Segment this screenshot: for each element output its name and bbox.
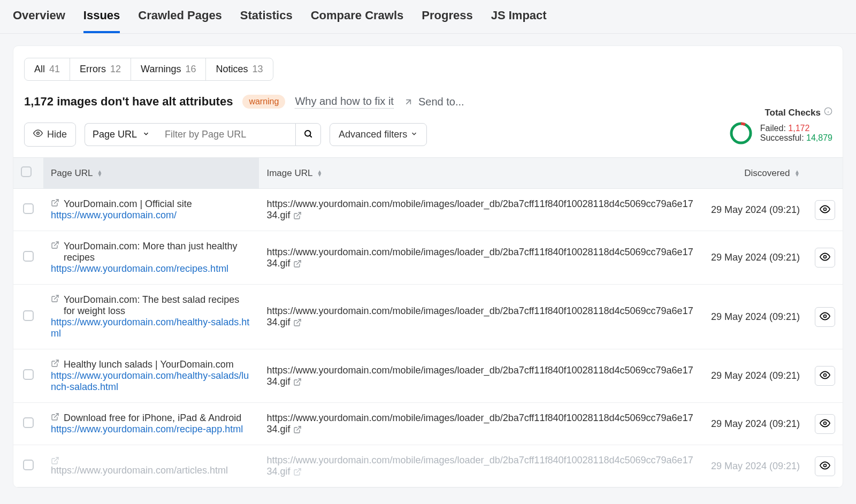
- page-url-link[interactable]: https://www.yourdomain.com/healthy-salad…: [51, 317, 249, 339]
- select-all-checkbox[interactable]: [21, 166, 32, 177]
- svg-line-4: [296, 212, 300, 216]
- advanced-filters-label: Advanced filters: [339, 129, 407, 140]
- hide-button[interactable]: Hide: [24, 123, 76, 147]
- column-actions: [807, 158, 843, 189]
- discovered-date: 29 May 2024 (09:21): [711, 461, 800, 471]
- external-link-icon[interactable]: [293, 318, 302, 327]
- external-link-icon[interactable]: [51, 413, 59, 421]
- results-table: Page URL ▲▼ Image URL ▲▼ Discovered ▲▼ Y…: [13, 157, 843, 487]
- nav-tab-statistics[interactable]: Statistics: [240, 9, 293, 33]
- column-image-url[interactable]: Image URL ▲▼: [259, 158, 703, 189]
- image-url: https://www.yourdomain.com/mobile/images…: [266, 413, 693, 434]
- column-discovered[interactable]: Discovered ▲▼: [704, 158, 807, 189]
- send-to-button[interactable]: Send to...: [403, 96, 464, 108]
- chevron-down-icon: [410, 129, 418, 140]
- view-button[interactable]: [815, 366, 835, 386]
- nav-tab-issues[interactable]: Issues: [83, 9, 120, 33]
- svg-line-18: [55, 457, 58, 461]
- table-row: YourDomain.com | Official sitehttps://ww…: [13, 189, 843, 231]
- nav-tab-overview[interactable]: Overview: [13, 9, 65, 33]
- page-url-link[interactable]: https://www.yourdomain.com/healthy-salad…: [51, 370, 249, 392]
- page-url-link[interactable]: https://www.yourdomain.com/: [51, 210, 177, 220]
- image-url: https://www.yourdomain.com/mobile/images…: [266, 198, 693, 220]
- view-button[interactable]: [815, 414, 835, 434]
- external-link-icon[interactable]: [293, 378, 302, 386]
- page-title: YourDomain.com: More than just healthy r…: [64, 241, 251, 263]
- svg-point-5: [824, 208, 827, 210]
- nav-tab-crawled-pages[interactable]: Crawled Pages: [138, 9, 222, 33]
- successful-value: 14,879: [806, 133, 832, 142]
- filter-tab-notices[interactable]: Notices 13: [206, 58, 272, 80]
- eye-icon: [33, 128, 43, 141]
- svg-point-20: [824, 464, 827, 467]
- discovered-date: 29 May 2024 (09:21): [711, 311, 800, 322]
- row-checkbox[interactable]: [23, 203, 34, 214]
- view-button[interactable]: [815, 248, 835, 268]
- table-row: YourDomain.com: The best salad recipes f…: [13, 285, 843, 349]
- page-title: Download free for iPhone, iPad & Android: [64, 413, 241, 424]
- hide-label: Hide: [47, 129, 67, 140]
- svg-line-19: [296, 469, 300, 472]
- external-link-icon[interactable]: [293, 259, 302, 268]
- eye-icon: [820, 460, 830, 472]
- svg-point-17: [824, 422, 827, 424]
- external-link-icon[interactable]: [51, 294, 59, 303]
- svg-line-3: [55, 200, 58, 203]
- row-checkbox[interactable]: [23, 460, 34, 470]
- issue-title: 1,172 images don't have alt attributes: [24, 95, 233, 109]
- filter-field-select[interactable]: Page URL: [85, 123, 157, 146]
- svg-line-13: [296, 379, 300, 383]
- share-arrow-icon: [403, 96, 414, 107]
- row-checkbox[interactable]: [23, 369, 34, 380]
- search-button[interactable]: [295, 123, 321, 146]
- svg-line-10: [296, 319, 300, 323]
- advanced-filters-button[interactable]: Advanced filters: [330, 123, 427, 146]
- external-link-icon[interactable]: [51, 241, 59, 249]
- filter-field-label: Page URL: [93, 129, 137, 140]
- filter-tab-warnings[interactable]: Warnings 16: [131, 58, 206, 80]
- row-checkbox[interactable]: [23, 417, 34, 428]
- table-row: YourDomain.com: More than just healthy r…: [13, 231, 843, 285]
- nav-tab-compare-crawls[interactable]: Compare Crawls: [311, 9, 404, 33]
- failed-value: 1,172: [788, 124, 809, 133]
- eye-icon: [820, 311, 830, 323]
- filter-tab-all[interactable]: All 41: [25, 58, 70, 80]
- filter-tab-errors[interactable]: Errors 12: [70, 58, 131, 80]
- nav-tab-js-impact[interactable]: JS Impact: [491, 9, 547, 33]
- info-icon[interactable]: [824, 107, 832, 118]
- external-link-icon[interactable]: [51, 198, 59, 207]
- view-button[interactable]: [815, 456, 835, 476]
- page-url-link[interactable]: https://www.yourdomain.com/recipes.html: [51, 263, 228, 274]
- svg-line-15: [55, 414, 58, 417]
- failed-label: Failed:: [760, 124, 786, 133]
- view-button[interactable]: [815, 200, 835, 220]
- sort-icon: ▲▼: [97, 170, 103, 177]
- how-to-fix-link[interactable]: Why and how to fix it: [295, 95, 394, 109]
- svg-point-24: [731, 124, 751, 143]
- external-link-icon[interactable]: [293, 425, 302, 434]
- page-url-link[interactable]: https://www.yourdomain.com/articles.html: [51, 465, 228, 476]
- external-link-icon[interactable]: [293, 211, 302, 220]
- table-row: https://www.yourdomain.com/articles.html…: [13, 445, 843, 487]
- filter-input[interactable]: [157, 123, 295, 146]
- nav-tab-progress[interactable]: Progress: [422, 9, 472, 33]
- row-checkbox[interactable]: [23, 251, 34, 262]
- svg-line-6: [55, 242, 58, 246]
- image-url: https://www.yourdomain.com/mobile/images…: [266, 306, 693, 327]
- external-link-icon[interactable]: [51, 359, 59, 368]
- table-row: Download free for iPhone, iPad & Android…: [13, 403, 843, 445]
- nav-tabs: OverviewIssuesCrawled PagesStatisticsCom…: [0, 0, 856, 34]
- toolbar: Hide Page URL Advanced filters: [24, 123, 832, 147]
- external-link-icon[interactable]: [51, 456, 59, 465]
- external-link-icon[interactable]: [293, 468, 302, 476]
- eye-icon: [820, 204, 830, 216]
- discovered-date: 29 May 2024 (09:21): [711, 418, 800, 429]
- page-url-link[interactable]: https://www.yourdomain.com/recipe-app.ht…: [51, 424, 243, 434]
- view-button[interactable]: [815, 307, 835, 327]
- svg-line-7: [296, 261, 300, 264]
- svg-point-14: [824, 374, 827, 377]
- column-page-url[interactable]: Page URL ▲▼: [43, 158, 259, 189]
- page-title: Healthy lunch salads | YourDomain.com: [64, 359, 234, 370]
- row-checkbox[interactable]: [23, 310, 34, 321]
- discovered-date: 29 May 2024 (09:21): [711, 204, 800, 215]
